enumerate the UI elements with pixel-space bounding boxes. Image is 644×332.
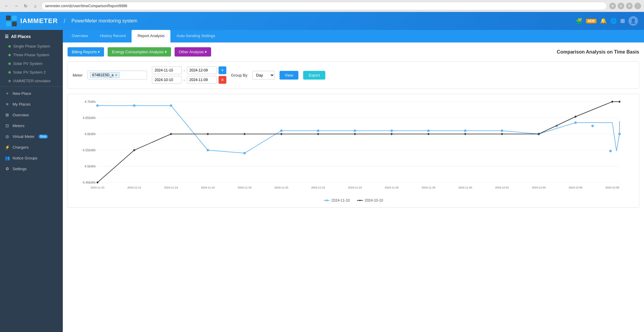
meter-tag-remove[interactable]: ✕ <box>115 73 117 77</box>
tabs-bar: Overview History Record Report Analysis … <box>63 30 644 42</box>
chart-title: Comparison Analysis on Time Basis <box>557 49 639 55</box>
sidebar-item-meters[interactable]: ⊡ Meters <box>0 120 63 131</box>
grid-icon[interactable]: ⊞ <box>620 18 625 24</box>
svg-marker-43 <box>618 100 621 103</box>
svg-point-16 <box>317 130 319 132</box>
x-label-13: 2024-12-06 <box>569 186 582 189</box>
svg-rect-3 <box>12 22 17 26</box>
date-row-1: - + <box>152 66 226 74</box>
sidebar-item-chargers[interactable]: ⚡ Chargers <box>0 142 63 153</box>
sidebar-item-simulator[interactable]: IAMMETER-simulator <box>0 77 63 85</box>
all-places-header[interactable]: ☰ All Places <box>0 30 63 42</box>
legend-label-1: 2024-11-10 <box>332 198 350 202</box>
globe-icon[interactable]: 🌐 <box>610 18 617 24</box>
date-start-2[interactable] <box>152 76 182 84</box>
puzzle-icon[interactable]: 🧩 <box>576 18 582 24</box>
sidebar-item-solar-pv[interactable]: Solar PV System <box>0 59 63 68</box>
sidebar-item-virtual-meter[interactable]: ◎ Virtual Meter Beta <box>0 131 63 142</box>
avatar[interactable]: 👤 <box>628 16 638 26</box>
simulator-label: IAMMETER-simulator <box>13 79 51 83</box>
tab-overview[interactable]: Overview <box>66 30 94 42</box>
chart-svg: 4.7kWh 4.65kWh 4.6kWh 4.55kWh 4.5kWh 4.4… <box>73 99 634 194</box>
plus-icon: + <box>5 91 10 96</box>
svg-marker-35 <box>354 133 356 135</box>
svg-point-45 <box>326 199 328 201</box>
svg-point-10 <box>96 104 99 107</box>
home-button[interactable]: ⌂ <box>32 2 39 10</box>
svg-marker-42 <box>611 100 614 103</box>
legend-item-2: 2024-10-10 <box>357 198 383 202</box>
add-range-button[interactable]: + <box>219 66 226 74</box>
view-button[interactable]: View <box>280 71 299 80</box>
y-label-5: 4.45kWh <box>83 181 96 184</box>
date-end-2[interactable] <box>187 76 217 84</box>
notice-icon: 👥 <box>5 156 10 160</box>
tab-history[interactable]: History Record <box>94 30 132 42</box>
back-button[interactable]: ← <box>3 2 10 10</box>
y-label-4: 4.5kWh <box>85 165 96 168</box>
extension-icon-1[interactable]: ★ <box>609 3 616 9</box>
sidebar-item-overview[interactable]: ⊞ Overview <box>0 109 63 120</box>
extension-icon-3[interactable]: ⚙ <box>626 3 633 9</box>
y-label-1: 4.65kWh <box>83 116 96 120</box>
tab-auto-sending[interactable]: Auto-Sending Settings <box>170 30 221 42</box>
svg-point-24 <box>574 121 577 124</box>
x-label-8: 2024-11-26 <box>385 186 399 189</box>
overview-label: Overview <box>13 113 29 117</box>
x-label-0: 2024-11-10 <box>91 186 104 189</box>
url-bar[interactable] <box>41 2 607 10</box>
svg-marker-47 <box>359 199 361 201</box>
sidebar-item-new-place[interactable]: + New Place <box>0 88 63 99</box>
svg-rect-1 <box>12 16 17 20</box>
chart-legend: 2024-11-10 2024-10-10 <box>73 198 634 202</box>
svg-marker-36 <box>390 133 393 135</box>
legend-item-1: 2024-11-10 <box>324 198 350 202</box>
tab-report-analysis[interactable]: Report Analysis <box>132 30 170 42</box>
group-by-select[interactable]: Hour Day Month Year <box>252 71 275 80</box>
bell-icon[interactable]: 🔔 <box>600 18 607 24</box>
new-badge: NEW <box>586 19 596 23</box>
svg-marker-34 <box>317 133 319 135</box>
sidebar-item-my-places[interactable]: ≡ My Places <box>0 99 63 109</box>
other-analysis-button[interactable]: Other Analysis ▾ <box>175 47 211 57</box>
notice-groups-label: Notice Groups <box>13 156 37 160</box>
x-label-9: 2024-11-28 <box>422 186 435 189</box>
forward-button[interactable]: → <box>13 2 20 10</box>
header-divider: / <box>64 18 65 25</box>
svg-point-21 <box>501 130 503 132</box>
sidebar-item-notice-groups[interactable]: 👥 Notice Groups <box>0 153 63 163</box>
y-label-2: 4.6kWh <box>85 132 96 136</box>
meter-input[interactable]: 674B1E5D_a ✕ <box>87 71 147 80</box>
group-by-label: Group By <box>231 73 248 77</box>
legend-icon-1 <box>324 199 330 202</box>
svg-point-14 <box>243 152 246 154</box>
meter-label: Meter <box>73 73 83 77</box>
filter-section: Meter 674B1E5D_a ✕ - + <box>68 61 639 89</box>
sidebar-item-single-phase[interactable]: Single Phase System <box>0 42 63 51</box>
legend-label-2: 2024-10-10 <box>365 198 383 202</box>
series2-dots <box>96 100 621 184</box>
date-end-1[interactable] <box>187 66 217 74</box>
export-button[interactable]: Export <box>303 71 325 80</box>
svg-point-12 <box>170 104 172 107</box>
sidebar-item-solar-pv2[interactable]: Solar PV System 2 <box>0 68 63 77</box>
remove-range-button[interactable]: ✕ <box>219 76 226 84</box>
extension-icon-2[interactable]: G <box>618 3 624 9</box>
sidebar-item-settings[interactable]: ⚙ Settings <box>0 163 63 174</box>
sidebar: ☰ All Places Single Phase System Three P… <box>0 30 63 332</box>
date-start-1[interactable] <box>152 66 182 74</box>
svg-marker-37 <box>427 133 430 135</box>
energy-consumption-button[interactable]: Energy Consumption Analysis ▾ <box>108 47 171 57</box>
logo-icon <box>6 16 17 26</box>
menu-icon[interactable]: ⋮ <box>634 3 641 9</box>
svg-point-18 <box>390 130 393 132</box>
sidebar-item-three-phase[interactable]: Three Phase System <box>0 51 63 59</box>
refresh-button[interactable]: ↻ <box>22 2 29 10</box>
billing-reports-button[interactable]: Billing Reports ▾ <box>68 47 104 57</box>
list-icon: ≡ <box>5 102 10 106</box>
dot-icon-simulator <box>8 80 11 82</box>
legend-icon-2 <box>357 199 363 202</box>
date-dash-2: - <box>184 78 185 82</box>
svg-marker-39 <box>501 133 503 135</box>
svg-point-13 <box>207 149 209 151</box>
